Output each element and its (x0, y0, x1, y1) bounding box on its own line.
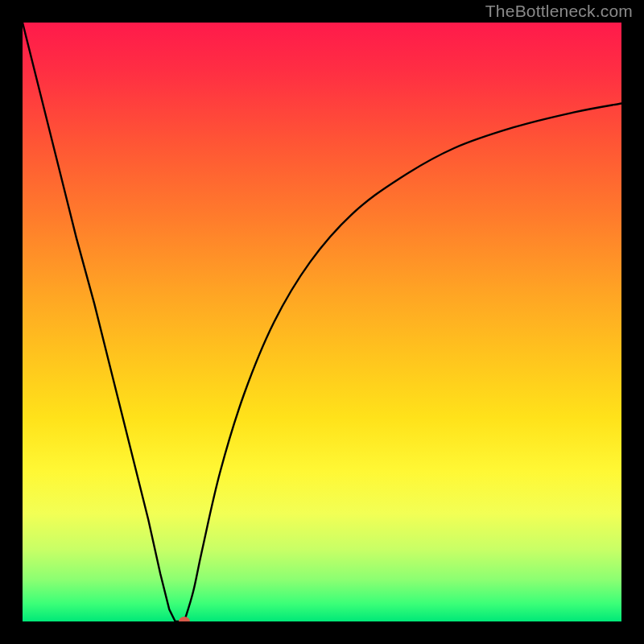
bottleneck-curve (23, 23, 621, 621)
optimum-marker (179, 617, 190, 621)
watermark-text: TheBottleneck.com (485, 2, 633, 21)
plot-area (23, 23, 621, 621)
chart-frame: TheBottleneck.com (0, 0, 644, 644)
